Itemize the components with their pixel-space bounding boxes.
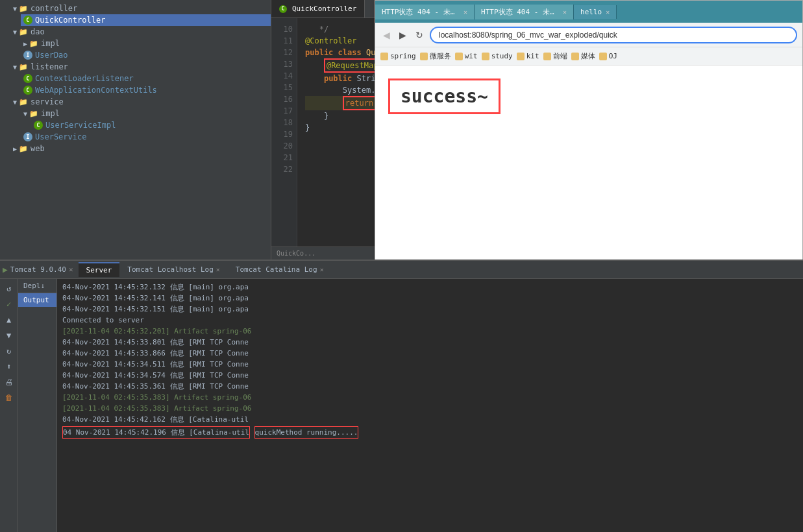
subtab-output[interactable]: Output bbox=[18, 293, 56, 307]
restart-button[interactable]: ↺ bbox=[2, 282, 16, 296]
tree-item-web[interactable]: ▶ 📁 web bbox=[10, 143, 271, 154]
run-label-text: Tomcat 9.0.40 bbox=[10, 265, 66, 274]
tree-item-controller[interactable]: ▼ 📁 controller bbox=[10, 3, 271, 14]
tab-catalina-log[interactable]: Tomcat Catalina Log ✕ bbox=[228, 263, 332, 276]
tab2-close[interactable]: ✕ bbox=[563, 8, 567, 16]
bookmark-label: 媒体 bbox=[581, 51, 595, 61]
tree-item-service[interactable]: ▼ 📁 service bbox=[10, 96, 271, 108]
check-button[interactable]: ✓ bbox=[2, 297, 16, 311]
tree-item-userdao[interactable]: I UserDao bbox=[21, 49, 271, 61]
i-icon: I bbox=[23, 132, 32, 141]
folder-icon: 📁 bbox=[19, 145, 28, 153]
tab3-close[interactable]: ✕ bbox=[606, 8, 610, 16]
refresh-button[interactable]: ↻ bbox=[413, 29, 426, 42]
expand-arrow: ▼ bbox=[13, 99, 17, 106]
tree-item-contextloaderlistener[interactable]: C ContextLoaderListener bbox=[21, 73, 271, 84]
back-button[interactable]: ◀ bbox=[380, 29, 393, 42]
run-label: ▶ Tomcat 9.0.40 ✕ bbox=[3, 265, 73, 274]
bookmark-label: 前端 bbox=[553, 51, 567, 61]
refresh2-button[interactable]: ↻ bbox=[2, 344, 16, 358]
subtab-depl[interactable]: Depl↓ bbox=[18, 279, 56, 293]
bookmark-oj[interactable]: OJ bbox=[599, 52, 617, 60]
bookmark-icon bbox=[571, 53, 579, 60]
tab-server[interactable]: Server bbox=[79, 262, 120, 277]
run-icon: ▶ bbox=[3, 265, 8, 274]
browser-tab-3[interactable]: hello ✕ bbox=[574, 5, 617, 19]
tree-item-userservice[interactable]: I UserService bbox=[21, 131, 271, 143]
bookmark-kit[interactable]: kit bbox=[517, 52, 539, 60]
log-line: [2021-11-04 02:45:35,383] Artifact sprin… bbox=[62, 403, 798, 414]
bookmark-qianduan[interactable]: 前端 bbox=[543, 51, 567, 61]
tree-item-userserviceimpl[interactable]: C UserServiceImpl bbox=[31, 119, 271, 131]
bookmark-icon bbox=[543, 53, 551, 60]
folder-icon: 📁 bbox=[29, 110, 38, 118]
expand-arrow: ▼ bbox=[13, 29, 17, 36]
bookmark-wit[interactable]: wit bbox=[455, 52, 478, 60]
tree-label: controller bbox=[31, 4, 77, 13]
undeploy-button[interactable]: ⬆ bbox=[2, 359, 16, 374]
print-button[interactable]: 🖨 bbox=[2, 375, 16, 389]
bookmark-weifuwu[interactable]: 微服务 bbox=[420, 51, 451, 61]
tab-localhost-log[interactable]: Tomcat Localhost Log ✕ bbox=[119, 263, 227, 276]
editor-tab-quickcontroller[interactable]: C QuickController bbox=[271, 0, 365, 18]
tree-item-listener[interactable]: ▼ 📁 listener bbox=[10, 61, 271, 73]
tree-label: QuickController bbox=[35, 16, 105, 25]
log-line: 04-Nov-2021 14:45:32.151 信息 [main] org.a… bbox=[62, 304, 798, 315]
log-line: 04-Nov-2021 14:45:34.574 信息 [RMI TCP Con… bbox=[62, 370, 798, 381]
folder-icon: 📁 bbox=[19, 63, 28, 71]
log-line: 04-Nov-2021 14:45:34.511 信息 [RMI TCP Con… bbox=[62, 359, 798, 370]
forward-button[interactable]: ▶ bbox=[397, 29, 409, 42]
tree-label: service bbox=[31, 97, 64, 106]
log-line: 04-Nov-2021 14:45:33.866 信息 [RMI TCP Con… bbox=[62, 348, 798, 359]
delete-button[interactable]: 🗑 bbox=[2, 391, 16, 405]
tree-item-impl-dao[interactable]: ▶ 📁 impl bbox=[21, 38, 271, 49]
browser-body: success~ bbox=[375, 66, 802, 127]
bookmark-icon bbox=[455, 53, 463, 60]
bookmark-icon bbox=[599, 53, 607, 60]
run-close[interactable]: ✕ bbox=[69, 265, 73, 274]
c-icon: C bbox=[23, 74, 32, 83]
tree-label: UserDao bbox=[35, 51, 68, 60]
localhost-log-close[interactable]: ✕ bbox=[216, 266, 220, 273]
bookmarks-bar: spring 微服务 wit study kit 前端 bbox=[375, 47, 802, 66]
log-content: 04-Nov-2021 14:45:32.132 信息 [main] org.a… bbox=[57, 279, 803, 532]
browser-tab-2[interactable]: HTTP状态 404 - 未找... ✕ bbox=[475, 5, 574, 19]
browser-tab-1[interactable]: HTTP状态 404 - 未找... ✕ bbox=[375, 5, 475, 19]
tree-label: impl bbox=[41, 39, 60, 48]
bookmark-label: study bbox=[491, 52, 513, 60]
bookmark-meiti[interactable]: 媒体 bbox=[571, 51, 595, 61]
down-button[interactable]: ▼ bbox=[2, 328, 16, 343]
bottom-filename: QuickCo... bbox=[277, 250, 315, 257]
tree-item-dao[interactable]: ▼ 📁 dao bbox=[10, 26, 271, 38]
success-box: success~ bbox=[388, 79, 500, 114]
left-toolbar: ↺ ✓ ▲ ▼ ↻ ⬆ 🖨 🗑 bbox=[0, 279, 18, 532]
catalina-log-close[interactable]: ✕ bbox=[320, 266, 324, 273]
tab2-label: HTTP状态 404 - 未找... bbox=[481, 7, 559, 17]
folder-icon: 📁 bbox=[29, 40, 38, 48]
bookmark-spring[interactable]: spring bbox=[380, 52, 416, 60]
tree-label: dao bbox=[31, 27, 45, 36]
folder-icon: 📁 bbox=[19, 98, 28, 106]
line-numbers: 1011121314 1516171819 202122 bbox=[271, 18, 297, 247]
tab1-label: HTTP状态 404 - 未找... bbox=[382, 7, 460, 17]
up-button[interactable]: ▲ bbox=[2, 313, 16, 327]
c-icon: C bbox=[23, 86, 32, 95]
subtab-output-label: Output bbox=[23, 296, 49, 304]
browser-pane: HTTP状态 404 - 未找... ✕ HTTP状态 404 - 未找... … bbox=[375, 0, 803, 260]
expand-arrow: ▼ bbox=[13, 5, 17, 12]
expand-arrow: ▼ bbox=[13, 64, 17, 71]
tab1-close[interactable]: ✕ bbox=[463, 8, 467, 16]
browser-nav: ◀ ▶ ↻ bbox=[375, 23, 802, 47]
tree-label: impl bbox=[41, 109, 60, 118]
log-line: [2021-11-04 02:45:35,383] Artifact sprin… bbox=[62, 392, 798, 403]
i-icon: I bbox=[23, 51, 32, 60]
log-line: 04-Nov-2021 14:45:32.132 信息 [main] org.a… bbox=[62, 282, 798, 293]
folder-icon: 📁 bbox=[19, 28, 28, 36]
tree-item-impl-service[interactable]: ▼ 📁 impl bbox=[21, 108, 271, 119]
browser-tab-bar: HTTP状态 404 - 未找... ✕ HTTP状态 404 - 未找... … bbox=[375, 1, 802, 23]
url-bar[interactable] bbox=[430, 27, 797, 43]
tree-item-webappcontextutils[interactable]: C WebApplicationContextUtils bbox=[21, 84, 271, 96]
bookmark-study[interactable]: study bbox=[482, 52, 513, 60]
file-tree: ▼ 📁 controller C QuickController ▼ 📁 dao… bbox=[0, 0, 271, 260]
tree-item-quickcontroller[interactable]: C QuickController bbox=[21, 14, 271, 26]
